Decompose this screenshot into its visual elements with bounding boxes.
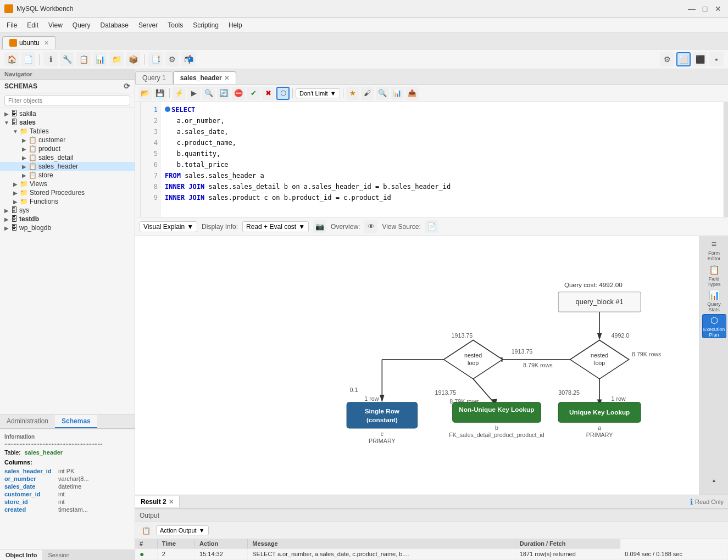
tab-session[interactable]: Session <box>42 550 75 560</box>
sql-content[interactable]: SELECT a.or_number, a.sales_date, c.prod… <box>160 102 724 217</box>
menu-database[interactable]: Database <box>96 20 133 30</box>
tree-item-functions[interactable]: ▶ 📁 Functions <box>0 197 135 206</box>
qt-search-btn[interactable]: 🔍 <box>202 87 215 100</box>
output-action-dropdown[interactable]: Action Output ▼ <box>156 525 209 535</box>
display-info-dropdown[interactable]: Read + Eval cost ▼ <box>242 221 309 232</box>
menu-file[interactable]: File <box>2 20 21 30</box>
toolbar-settings-btn[interactable]: ⚙ <box>165 52 179 66</box>
toolbar-doc-btn[interactable]: 📑 <box>148 52 163 66</box>
qt-visual-explain-btn[interactable]: ⬡ <box>276 87 290 100</box>
schemas-refresh-icon[interactable]: ⟳ <box>124 82 130 91</box>
tree-table-icon-product: 📋 <box>29 145 37 153</box>
tree-item-store[interactable]: ▶ 📋 store <box>0 171 135 180</box>
overview-btn[interactable]: 👁 <box>364 220 377 233</box>
tree-item-testdb[interactable]: ▶ 🗄 testdb <box>0 215 135 223</box>
sql-line-7: FROM sales.sales_header a <box>165 170 719 181</box>
tree-item-customer[interactable]: ▶ 📋 customer <box>0 136 135 144</box>
toolbar-layout2-btn[interactable]: ⬛ <box>693 52 707 66</box>
sidebar-field-types-btn[interactable]: 📋 FieldTypes <box>702 264 726 288</box>
explain-camera-btn[interactable]: 📷 <box>313 220 326 233</box>
tab-sales-header-close[interactable]: ✕ <box>224 75 229 82</box>
qt-export-btn[interactable]: 📤 <box>405 87 419 100</box>
toolbar-gear-icon[interactable]: ⚙ <box>660 52 674 66</box>
menu-help[interactable]: Help <box>224 20 247 30</box>
sql-scrollbar[interactable] <box>724 102 728 217</box>
qt-limit-dropdown[interactable]: Don't Limit ▼ <box>296 88 340 98</box>
filter-input[interactable] <box>4 96 130 105</box>
result-tab-2[interactable]: Result 2 ✕ <box>135 496 180 507</box>
maximize-button[interactable]: □ <box>699 3 710 14</box>
qt-stop-btn[interactable]: ⛔ <box>232 87 245 100</box>
tree-item-sales-header[interactable]: ▶ 📋 sales_header <box>0 162 135 171</box>
toolbar-info-btn[interactable]: ℹ <box>43 52 58 66</box>
output-copy-btn[interactable]: 📋 <box>140 524 153 537</box>
tab-object-info[interactable]: Object Info <box>0 550 42 560</box>
sidebar-up-btn[interactable]: ▲ <box>702 468 726 492</box>
menu-view[interactable]: View <box>44 20 67 30</box>
qt-star-btn[interactable]: ★ <box>346 87 359 100</box>
qt-save-btn[interactable]: 💾 <box>153 87 166 100</box>
tab-administration[interactable]: Administration <box>0 415 55 428</box>
uk-index1: a <box>598 424 601 431</box>
qt-refresh-btn[interactable]: 🔄 <box>217 87 230 100</box>
tree-item-tables[interactable]: ▼ 📁 Tables <box>0 127 135 136</box>
qt-brush-btn[interactable]: 🖌 <box>361 87 374 100</box>
line-num-1: 1 <box>141 104 160 115</box>
tree-label-wp-blogdb: wp_blogdb <box>19 224 51 232</box>
tree-item-stored-procedures[interactable]: ▶ 📁 Stored Procedures <box>0 188 135 197</box>
home-tab-close[interactable]: ✕ <box>44 40 49 47</box>
tree-item-sales-detail[interactable]: ▶ 📋 sales_detail <box>0 153 135 162</box>
visual-explain-dropdown[interactable]: Visual Explain ▼ <box>140 221 197 232</box>
toolbar-mail-btn[interactable]: 📬 <box>181 52 196 66</box>
sidebar-query-stats-btn[interactable]: 📊 QueryStats <box>702 289 726 313</box>
qt-execute-btn[interactable]: ⚡ <box>173 87 186 100</box>
information-header: Information ............................… <box>4 434 130 446</box>
tree-item-sales[interactable]: ▼ 🗄 sales <box>0 118 135 127</box>
qt-open-btn[interactable]: 📂 <box>138 87 152 100</box>
tab-query1[interactable]: Query 1 <box>135 71 173 84</box>
tree-item-sys[interactable]: ▶ 🗄 sys <box>0 206 135 215</box>
toolbar-layout3-btn[interactable]: ▪ <box>709 52 724 66</box>
result-tab-close[interactable]: ✕ <box>169 499 174 506</box>
tree-item-views[interactable]: ▶ 📁 Views <box>0 180 135 188</box>
tree-arrow-views: ▶ <box>11 181 20 187</box>
qt-run-btn[interactable]: ▶ <box>187 87 201 100</box>
tree-item-sakila[interactable]: ▶ 🗄 sakila <box>0 109 135 118</box>
sr-cost: 0.1 <box>349 387 358 393</box>
arrow-head-qb-nl2 <box>597 333 602 340</box>
toolbar-open-btn[interactable]: 📁 <box>109 52 124 66</box>
qt-column-btn[interactable]: 📊 <box>391 87 404 100</box>
toolbar-table-btn[interactable]: 📋 <box>76 52 91 66</box>
qt-check-btn[interactable]: ✔ <box>247 87 260 100</box>
close-button[interactable]: ✕ <box>713 3 724 14</box>
toolbar-pkg-btn[interactable]: 📦 <box>126 52 140 66</box>
toolbar-layout-btn[interactable]: ⬜ <box>676 52 691 66</box>
home-tab-icon <box>9 39 17 47</box>
view-source-btn[interactable]: 📄 <box>425 220 438 233</box>
menu-scripting[interactable]: Scripting <box>188 20 223 30</box>
menu-query[interactable]: Query <box>68 20 95 30</box>
col-duration: Duration / Fetch <box>515 539 620 548</box>
qt-zoom-btn[interactable]: 🔍 <box>376 87 389 100</box>
minimize-button[interactable]: — <box>686 3 697 14</box>
toolbar-home-btn[interactable]: 🏠 <box>4 52 19 66</box>
menu-tools[interactable]: Tools <box>163 20 187 30</box>
menu-edit[interactable]: Edit <box>23 20 43 30</box>
toolbar-new-btn[interactable]: 📄 <box>21 52 35 66</box>
menu-server[interactable]: Server <box>134 20 162 30</box>
tab-schemas[interactable]: Schemas <box>55 415 97 428</box>
sidebar-execution-plan-btn[interactable]: ⬡ ExecutionPlan <box>702 314 726 338</box>
qt-cancel-btn[interactable]: ✖ <box>262 87 275 100</box>
home-tab[interactable]: ubuntu ✕ <box>2 36 56 49</box>
toolbar-config-btn[interactable]: 🔧 <box>60 52 74 66</box>
tree-item-wp-blogdb[interactable]: ▶ 🗄 wp_blogdb <box>0 223 135 232</box>
single-row-label2: (constant) <box>366 416 398 423</box>
object-tabs: Object Info Session <box>0 550 135 560</box>
output-table-header-row: # Time Action Message Duration / Fetch <box>135 539 728 548</box>
tree-item-product[interactable]: ▶ 📋 product <box>0 144 135 153</box>
sidebar-form-editor-btn[interactable]: ≡ FormEditor <box>702 238 726 262</box>
uk-cost: 3078.25 <box>558 389 580 396</box>
tree-arrow-sakila: ▶ <box>2 111 11 117</box>
toolbar-chart-btn[interactable]: 📊 <box>93 52 107 66</box>
tab-sales-header[interactable]: sales_header ✕ <box>173 71 236 84</box>
